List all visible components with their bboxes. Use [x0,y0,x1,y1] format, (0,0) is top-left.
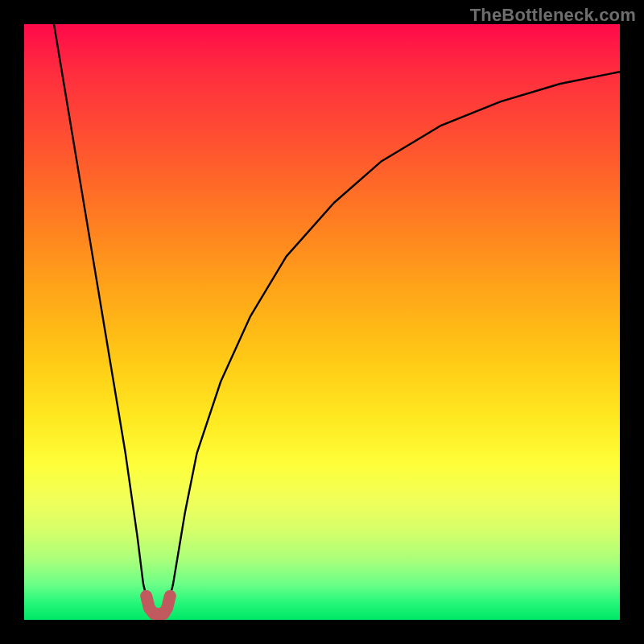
watermark-text: TheBottleneck.com [470,5,636,26]
curve-layer [24,24,620,620]
chart-frame: TheBottleneck.com [0,0,644,644]
min-marker [147,596,171,613]
bottleneck-curve [54,24,620,614]
plot-area [24,24,620,620]
